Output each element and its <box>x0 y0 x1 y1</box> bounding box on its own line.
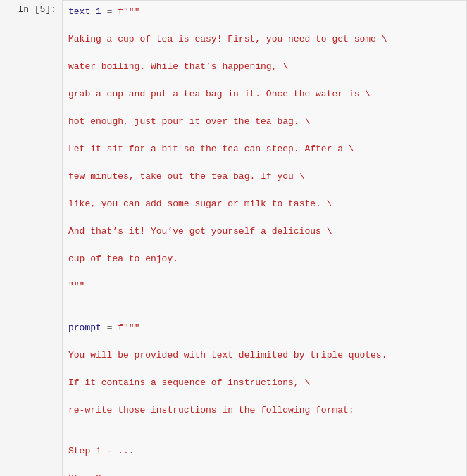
notebook-container: In [5]: text_1 = f""" Making a cup of te… <box>0 0 467 476</box>
code-cell: In [5]: text_1 = f""" Making a cup of te… <box>0 0 467 476</box>
cell-prompt: In [5]: <box>0 0 62 476</box>
cell-content[interactable]: text_1 = f""" Making a cup of tea is eas… <box>62 0 467 476</box>
code-block: text_1 = f""" Making a cup of tea is eas… <box>68 5 461 476</box>
